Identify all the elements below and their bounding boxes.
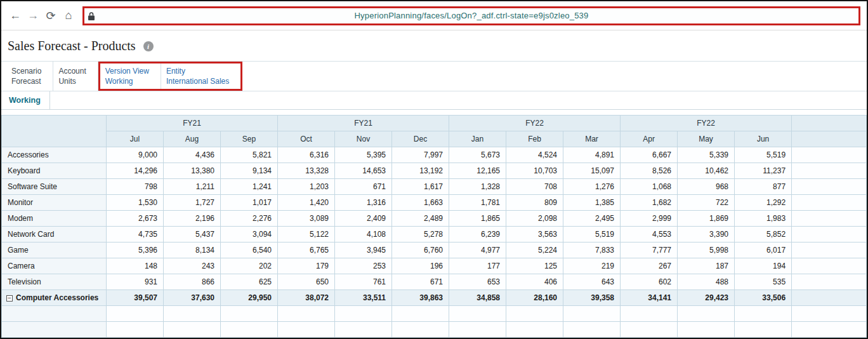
grid-cell[interactable]: 177 xyxy=(449,258,506,274)
grid-cell[interactable]: 148 xyxy=(107,258,164,274)
grid-cell-empty[interactable] xyxy=(792,211,867,227)
month-header[interactable]: Mar xyxy=(563,131,621,147)
grid-cell[interactable]: 4,553 xyxy=(621,227,678,243)
grid-cell[interactable] xyxy=(221,322,278,338)
grid-cell[interactable]: 39,507 xyxy=(107,290,164,306)
grid-cell[interactable]: 5,821 xyxy=(221,147,278,163)
grid-cell[interactable] xyxy=(221,306,278,322)
grid-cell[interactable]: 708 xyxy=(506,179,563,195)
grid-cell[interactable] xyxy=(449,306,506,322)
month-header[interactable]: Apr xyxy=(621,131,678,147)
grid-cell[interactable]: 34,858 xyxy=(449,290,506,306)
grid-cell[interactable] xyxy=(506,322,563,338)
grid-cell[interactable]: 243 xyxy=(164,258,221,274)
grid-cell[interactable]: 1,727 xyxy=(164,195,221,211)
pov-entity[interactable]: Entity International Sales xyxy=(161,63,240,89)
grid-cell[interactable]: 1,241 xyxy=(221,179,278,195)
grid-cell[interactable]: 29,950 xyxy=(221,290,278,306)
grid-cell[interactable] xyxy=(678,322,735,338)
grid-cell[interactable]: 39,863 xyxy=(392,290,449,306)
grid-cell[interactable]: 202 xyxy=(221,258,278,274)
grid-cell[interactable]: 125 xyxy=(506,258,563,274)
grid-cell[interactable]: 33,511 xyxy=(335,290,392,306)
grid-cell[interactable]: 10,462 xyxy=(678,163,735,179)
grid-cell[interactable]: 196 xyxy=(392,258,449,274)
info-icon[interactable]: i xyxy=(143,41,154,51)
grid-cell[interactable]: 488 xyxy=(678,274,735,290)
grid-cell[interactable]: 3,945 xyxy=(335,243,392,258)
grid-cell[interactable]: 1,865 xyxy=(449,211,506,227)
grid-cell[interactable]: 34,141 xyxy=(621,290,678,306)
grid-cell[interactable]: 866 xyxy=(164,274,221,290)
grid-cell[interactable]: 267 xyxy=(621,258,678,274)
grid-cell[interactable]: 5,998 xyxy=(678,243,735,258)
grid-cell[interactable]: 4,436 xyxy=(164,147,221,163)
grid-cell[interactable]: 2,196 xyxy=(164,211,221,227)
row-label[interactable]: Camera xyxy=(2,258,107,274)
grid-cell[interactable]: 5,396 xyxy=(107,243,164,258)
grid-cell-empty[interactable] xyxy=(792,227,867,243)
grid-cell[interactable]: 650 xyxy=(278,274,335,290)
grid-cell[interactable]: 2,409 xyxy=(335,211,392,227)
grid-cell[interactable]: 1,068 xyxy=(621,179,678,195)
grid-cell[interactable]: 1,276 xyxy=(563,179,621,195)
grid-cell[interactable]: 5,852 xyxy=(735,227,792,243)
month-header[interactable]: Jan xyxy=(449,131,506,147)
grid-cell[interactable]: 3,390 xyxy=(678,227,735,243)
grid-cell[interactable]: 5,339 xyxy=(678,147,735,163)
pov-scenario[interactable]: Scenario Forecast xyxy=(6,62,53,91)
address-bar[interactable]: HyperionPlanning/faces/LogOn?_adf.ctrl-s… xyxy=(82,6,860,25)
grid-cell[interactable] xyxy=(449,322,506,338)
grid-cell[interactable]: 1,203 xyxy=(278,179,335,195)
grid-cell[interactable]: 5,224 xyxy=(506,243,563,258)
grid-cell[interactable]: 1,328 xyxy=(449,179,506,195)
grid-cell-empty[interactable] xyxy=(792,195,867,211)
grid-cell[interactable] xyxy=(735,322,792,338)
back-icon[interactable]: ← xyxy=(6,9,24,22)
grid-cell[interactable] xyxy=(107,322,164,338)
grid-cell[interactable] xyxy=(164,322,221,338)
grid-cell-empty[interactable] xyxy=(792,147,867,163)
grid-cell[interactable]: 5,437 xyxy=(164,227,221,243)
grid-cell[interactable] xyxy=(678,306,735,322)
grid-cell-empty[interactable] xyxy=(792,179,867,195)
grid-cell[interactable]: 9,134 xyxy=(221,163,278,179)
grid-cell[interactable]: 3,094 xyxy=(221,227,278,243)
pov-version[interactable]: Version View Working xyxy=(100,63,161,89)
grid-cell[interactable]: 15,097 xyxy=(563,163,621,179)
grid-cell-empty[interactable] xyxy=(792,306,867,322)
grid-cell[interactable]: 1,017 xyxy=(221,195,278,211)
grid-cell[interactable]: 1,211 xyxy=(164,179,221,195)
grid-cell[interactable]: 194 xyxy=(735,258,792,274)
grid-cell[interactable] xyxy=(278,306,335,322)
grid-cell[interactable] xyxy=(335,322,392,338)
grid-cell[interactable]: 187 xyxy=(678,258,735,274)
grid-cell-empty[interactable] xyxy=(792,163,867,179)
grid-cell[interactable] xyxy=(506,306,563,322)
grid-cell[interactable] xyxy=(621,306,678,322)
grid-cell[interactable]: 2,495 xyxy=(563,211,621,227)
grid-cell[interactable] xyxy=(735,306,792,322)
grid-cell[interactable] xyxy=(392,306,449,322)
grid-cell[interactable]: 7,997 xyxy=(392,147,449,163)
grid-cell[interactable] xyxy=(107,306,164,322)
grid-cell[interactable]: 38,072 xyxy=(278,290,335,306)
row-label[interactable]: Network Card xyxy=(2,227,107,243)
row-label[interactable]: Monitor xyxy=(2,195,107,211)
grid-cell[interactable]: 1,385 xyxy=(563,195,621,211)
grid-cell[interactable]: 2,276 xyxy=(221,211,278,227)
grid-cell[interactable]: 6,760 xyxy=(392,243,449,258)
month-header[interactable]: Jun xyxy=(735,131,792,147)
quarter-header[interactable]: FY22 xyxy=(449,116,621,131)
grid-cell[interactable]: 2,489 xyxy=(392,211,449,227)
grid-cell[interactable]: 7,833 xyxy=(563,243,621,258)
row-label[interactable]: Keyboard xyxy=(2,163,107,179)
row-label-empty[interactable] xyxy=(2,306,107,322)
refresh-icon[interactable]: ⟳ xyxy=(42,9,60,23)
grid-cell[interactable]: 798 xyxy=(107,179,164,195)
quarter-header[interactable]: FY21 xyxy=(107,116,278,131)
grid-cell[interactable]: 4,524 xyxy=(506,147,563,163)
grid-cell[interactable]: 761 xyxy=(335,274,392,290)
grid-cell[interactable]: 5,519 xyxy=(735,147,792,163)
grid-cell[interactable]: 809 xyxy=(506,195,563,211)
